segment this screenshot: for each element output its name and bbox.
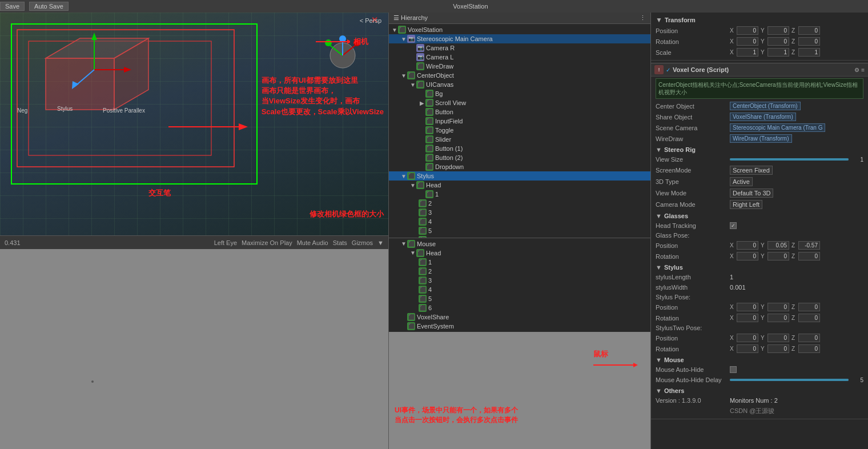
pos-y-val[interactable]: 0 [767,26,789,35]
tree-item-head2[interactable]: ⬛ 2 [389,199,650,208]
gpx-val[interactable]: 0 [737,241,758,250]
hierarchy-menu-icon[interactable]: ⋮ [640,14,646,22]
tree-item-stereo-camera[interactable]: ▼ 📷 Stereoscopic Main Camera [389,34,650,43]
scene-camera-val[interactable]: Stereoscopic Main Camera (Tran G [730,123,825,132]
tree-item-head3[interactable]: ⬛ 3 [389,208,650,217]
gizmos-dropdown-icon[interactable]: ▼ [377,239,384,246]
auto-save-button[interactable]: Auto Save [29,2,69,11]
glass-py[interactable]: Y 0.05 [761,241,789,250]
s2px[interactable]: X0 [730,334,758,342]
view-mode-dropdown[interactable]: Default To 3D [730,189,773,198]
s2rx-v[interactable]: 0 [737,344,758,353]
grz-val[interactable]: 0 [798,252,820,260]
gpy-val[interactable]: 0.05 [767,241,789,250]
s2pz-v[interactable]: 0 [798,334,820,342]
mute-btn[interactable]: Mute Audio [297,239,328,246]
scale-x-field[interactable]: X 1 [730,48,758,57]
camera-mode-dropdown[interactable]: Right Left [730,200,762,209]
pos-z-val[interactable]: 0 [798,26,820,35]
tab-voxelstation[interactable]: VoxelStation [73,3,868,10]
tree-item-bg[interactable]: ⬛ Bg [389,89,650,98]
tree-item-toggle[interactable]: ⬛ Toggle [389,126,650,135]
screen-mode-dropdown[interactable]: Screen Fixed [730,166,773,175]
tree-item-mouse[interactable]: ▼ ⬛ Mouse [389,239,650,248]
glass-rz[interactable]: Z 0 [791,252,820,260]
maximize-btn[interactable]: Maximize On Play [242,239,292,246]
glass-px[interactable]: X 0 [730,241,758,250]
pos-y-field[interactable]: Y 0 [761,26,789,35]
pos-x-field[interactable]: X 0 [730,26,758,35]
stylus-section-header[interactable]: ▼ Stylus [656,262,863,272]
scale-z-field[interactable]: Z 1 [791,48,820,57]
center-object-val[interactable]: CenterObject (Transform) [730,102,801,110]
grx-val[interactable]: 0 [737,252,758,260]
tree-item-voxelshare[interactable]: ⬛ VoxelShare [389,312,650,322]
scale-y-field[interactable]: Y 1 [761,48,789,57]
wiredraw-val[interactable]: WireDraw (Transform) [730,134,792,143]
sry-v[interactable]: 0 [767,314,789,322]
tree-item-wiredraw[interactable]: ⬛ WireDraw [389,62,650,71]
rot-y-val[interactable]: 0 [767,37,789,46]
gry-val[interactable]: 0 [767,252,789,260]
mouse-hide-check[interactable] [730,366,737,373]
scene-bottom-view[interactable] [0,249,388,449]
tree-item-head-stylus[interactable]: ▼ ⬛ Head [389,181,650,190]
srz-v[interactable]: 0 [798,314,820,322]
head-tracking-checkbox[interactable]: ✓ [730,222,737,229]
voxel-core-settings[interactable]: ⚙ ≡ [854,67,865,73]
s2ry-v[interactable]: 0 [767,344,789,353]
rot-z-val[interactable]: 0 [798,37,820,46]
save-button[interactable]: Save [0,2,25,11]
eye-dropdown[interactable]: Left Eye [214,239,237,246]
glass-pz[interactable]: Z -0.57 [791,241,820,250]
share-object-val[interactable]: VoxelShare (Transform) [730,113,796,121]
tree-item-voxelstation[interactable]: ▼ ⬛ VoxelStation [389,25,650,34]
spos-x[interactable]: X0 [730,303,758,311]
s2px-v[interactable]: 0 [737,334,758,342]
srot-z[interactable]: Z0 [791,314,820,322]
rot-z-field[interactable]: Z 0 [791,37,820,46]
tree-item-mh5[interactable]: ⬛5 [389,294,650,303]
mouse-section-header[interactable]: ▼ Mouse [656,354,863,364]
pos-z-field[interactable]: Z 0 [791,26,820,35]
tree-item-inputfield[interactable]: ⬛ InputField [389,117,650,126]
srot-y[interactable]: Y0 [761,314,789,322]
gpz-val[interactable]: -0.57 [798,241,820,250]
spz-v[interactable]: 0 [798,303,820,311]
s2rz[interactable]: Z0 [791,344,820,353]
glasses-header[interactable]: ▼ Glasses [656,210,863,221]
tree-item-camera-r[interactable]: 📷 Camera R [389,43,650,53]
tree-item-slider[interactable]: ⬛ Slider [389,135,650,144]
hierarchy-tree[interactable]: ▼ ⬛ VoxelStation ▼ 📷 Stereoscopic Main C… [389,24,650,238]
head-tracking-check[interactable]: ✓ [730,222,737,229]
stylus-width-val[interactable]: 0.001 [730,284,863,291]
spos-z[interactable]: Z0 [791,303,820,311]
tree-item-stylus[interactable]: ▼ ⬛ Stylus [389,171,650,181]
tree-item-button2[interactable]: ⬛ Button (2) [389,153,650,162]
tree-item-head4[interactable]: ⬛ 4 [389,217,650,226]
tree-item-camera-l[interactable]: 📷 Camera L [389,53,650,62]
scale-z-val[interactable]: 1 [798,48,820,57]
tree-item-mouse-head[interactable]: ▼ ⬛ Head [389,248,650,258]
glass-ry[interactable]: Y 0 [761,252,789,260]
spy-v[interactable]: 0 [767,303,789,311]
view-size-track[interactable] [730,158,849,161]
rot-x-val[interactable]: 0 [737,37,758,46]
scale-y-val[interactable]: 1 [767,48,789,57]
scale-x-val[interactable]: 1 [737,48,758,57]
s2rz-v[interactable]: 0 [798,344,820,353]
pos-x-val[interactable]: 0 [737,26,758,35]
tree-item-scrollview[interactable]: ▶ ⬛ Scroll View [389,98,650,107]
scene-viewport-container[interactable]: ✕ Neg Positive Parallex Stylus < Per [0,13,388,235]
type-3d-dropdown[interactable]: Active [730,177,753,186]
rot-y-field[interactable]: Y 0 [761,37,789,46]
tree-item-dropdown[interactable]: ⬛ Dropdown [389,162,650,171]
mouse-delay-track[interactable] [730,379,849,381]
tree-item-uicanvas[interactable]: ▼ ⬛ UICanvas [389,80,650,89]
tree-item-head1[interactable]: ⬛ 1 [389,190,650,199]
s2ry[interactable]: Y0 [761,344,789,353]
tree-item-head5[interactable]: ⬛ 5 [389,226,650,235]
tree-item-eventsystem[interactable]: ⬛ EventSystem [389,322,650,331]
scene-viewport[interactable]: ✕ Neg Positive Parallex Stylus < Per [0,13,388,235]
gizmos-btn[interactable]: Gizmos [352,239,373,246]
